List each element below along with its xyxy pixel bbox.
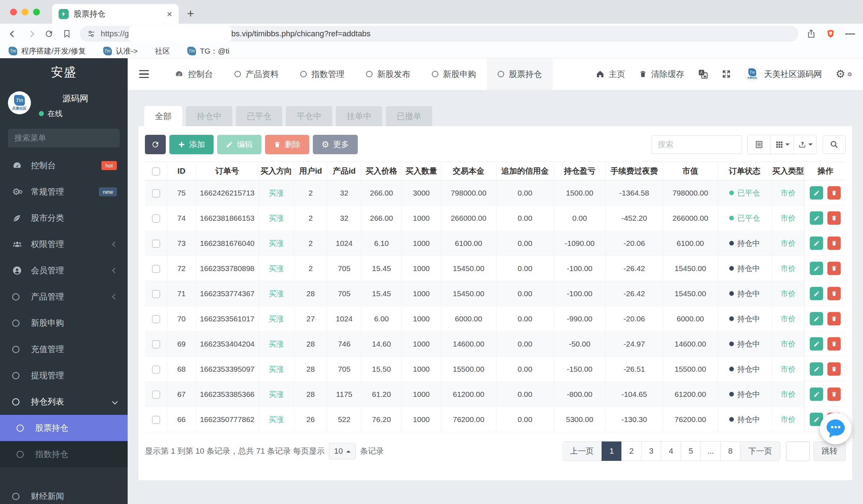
row-delete-button[interactable] <box>827 262 841 275</box>
filter-tab[interactable]: 平仓中 <box>286 106 332 126</box>
jump-button[interactable]: 跳转 <box>813 441 846 461</box>
page-button[interactable]: 4 <box>661 441 681 461</box>
nav-item-dashboard[interactable]: 控制台 <box>164 58 224 90</box>
next-page-button[interactable]: 下一页 <box>740 441 780 461</box>
address-bar[interactable]: https://g bs.vip/timibbs.php/chicang?ref… <box>80 26 798 42</box>
search-button[interactable] <box>823 135 846 154</box>
row-checkbox[interactable] <box>152 391 160 399</box>
jump-page-input[interactable] <box>786 441 810 461</box>
home-button[interactable]: 主页 <box>596 69 625 80</box>
delete-button[interactable]: 删除 <box>265 135 309 154</box>
sidebar-item-withdraw[interactable]: 提现管理 <box>0 362 128 389</box>
row-delete-button[interactable] <box>827 237 841 250</box>
settings-button[interactable]: ⚙⚙ <box>836 69 852 79</box>
refresh-button[interactable] <box>145 135 166 154</box>
reload-icon[interactable] <box>44 29 54 39</box>
filter-tab[interactable]: 持仓中 <box>186 106 232 126</box>
nav-item-index-mgmt[interactable]: 指数管理 <box>289 58 355 90</box>
filter-tab[interactable]: 已平仓 <box>236 106 282 126</box>
row-checkbox[interactable] <box>152 416 160 424</box>
row-edit-button[interactable] <box>810 237 823 250</box>
sidebar-item-finance-news[interactable]: 财经新闻 <box>0 483 128 504</box>
row-checkbox[interactable] <box>152 189 160 197</box>
sidebar-item-dashboard[interactable]: 控制台 hot <box>0 152 128 179</box>
sidebar-toggle-icon[interactable] <box>139 68 149 81</box>
row-checkbox[interactable] <box>152 215 160 223</box>
avatar[interactable]: Tm 天美社区 <box>8 91 31 114</box>
translate-button[interactable]: A <box>698 69 708 79</box>
nav-item-product-info[interactable]: 产品资料 <box>224 58 289 90</box>
detail-view-button[interactable] <box>748 135 771 154</box>
select-all-checkbox[interactable] <box>152 168 160 175</box>
share-icon[interactable] <box>806 29 816 39</box>
nav-item-stock-positions[interactable]: 股票持仓 <box>487 58 553 90</box>
page-button[interactable]: 1 <box>602 441 622 461</box>
sidebar-item-members[interactable]: 会员管理 <box>0 257 128 284</box>
sidebar-item-general[interactable]: ⚙⚙ 常规管理 new <box>0 179 128 205</box>
filter-tab[interactable]: 挂单中 <box>336 106 382 126</box>
add-button[interactable]: 添加 <box>169 135 214 154</box>
bookmark-icon[interactable] <box>62 29 72 39</box>
more-button[interactable]: ⚙ 更多 <box>313 135 358 154</box>
row-delete-button[interactable] <box>827 287 841 300</box>
row-edit-button[interactable] <box>810 388 823 401</box>
tab-close-icon[interactable]: × <box>167 9 172 19</box>
site-settings-icon[interactable] <box>86 29 96 39</box>
sidebar-item-products[interactable]: 产品管理 <box>0 284 128 310</box>
row-edit-button[interactable] <box>810 186 823 200</box>
forward-icon[interactable] <box>26 29 36 39</box>
search-input[interactable] <box>652 135 742 154</box>
row-delete-button[interactable] <box>827 312 841 325</box>
sidebar-item-market-category[interactable]: 股市分类 <box>0 205 128 231</box>
page-button[interactable]: 3 <box>641 441 661 461</box>
sidebar-search-input[interactable] <box>14 133 118 143</box>
shield-icon[interactable] <box>826 29 836 39</box>
row-edit-button[interactable] <box>810 287 823 300</box>
row-delete-button[interactable] <box>827 337 841 350</box>
edit-button[interactable]: 编辑 <box>217 135 261 154</box>
row-delete-button[interactable] <box>827 388 841 401</box>
filter-tab[interactable]: 全部 <box>144 106 182 126</box>
clear-cache-button[interactable]: 清除缓存 <box>639 69 684 80</box>
prev-page-button[interactable]: 上一页 <box>562 441 602 461</box>
window-minimize-button[interactable] <box>22 9 28 15</box>
nav-item-ipo-subscribe[interactable]: 新股申购 <box>421 58 487 90</box>
new-tab-button[interactable]: + <box>187 6 194 20</box>
sidebar-item-ipo[interactable]: 新股申购 <box>0 310 128 336</box>
bookmark-item[interactable]: 社区 <box>155 46 170 56</box>
bookmark-item[interactable]: Tm 认准-> <box>103 46 138 56</box>
row-checkbox[interactable] <box>152 315 160 323</box>
row-edit-button[interactable] <box>810 337 823 350</box>
fullscreen-button[interactable] <box>722 69 731 79</box>
row-edit-button[interactable] <box>810 211 823 225</box>
page-button[interactable]: 5 <box>681 441 701 461</box>
sidebar-item-recharge[interactable]: 充值管理 <box>0 336 128 362</box>
nav-item-ipo-release[interactable]: 新股发布 <box>355 58 421 90</box>
page-size-select[interactable]: 10 <box>329 443 356 459</box>
bookmark-item[interactable]: Tm TG：@ti <box>187 46 229 56</box>
sidebar-item-permissions[interactable]: 权限管理 <box>0 231 128 257</box>
row-checkbox[interactable] <box>152 340 160 348</box>
filter-tab[interactable]: 已撤单 <box>386 106 432 126</box>
row-edit-button[interactable] <box>810 312 823 325</box>
sidebar-item-stock-positions[interactable]: 股票持仓 <box>0 415 128 441</box>
row-delete-button[interactable] <box>827 362 841 376</box>
row-delete-button[interactable] <box>827 211 841 225</box>
browser-tab[interactable]: 股票持仓 × <box>52 4 179 24</box>
page-button[interactable]: 2 <box>621 441 641 461</box>
chat-widget-button[interactable] <box>820 413 851 444</box>
export-button[interactable] <box>794 135 817 154</box>
sidebar-item-positions[interactable]: 持仓列表 <box>0 389 128 415</box>
bookmark-item[interactable]: Tm 程序搭建/开发/修复 <box>9 46 86 56</box>
browser-menu-icon[interactable] <box>845 29 855 39</box>
window-zoom-button[interactable] <box>33 9 40 15</box>
sidebar-item-index-positions[interactable]: 指数持仓 <box>0 441 128 467</box>
back-icon[interactable] <box>8 29 18 39</box>
page-button[interactable]: 8 <box>720 441 740 461</box>
row-edit-button[interactable] <box>810 262 823 275</box>
row-checkbox[interactable] <box>152 240 160 248</box>
window-close-button[interactable] <box>10 9 17 15</box>
page-button[interactable]: ... <box>700 441 721 461</box>
row-checkbox[interactable] <box>152 265 160 273</box>
account-button[interactable]: Tm 天美社区 天美社区源码网 <box>745 67 822 82</box>
